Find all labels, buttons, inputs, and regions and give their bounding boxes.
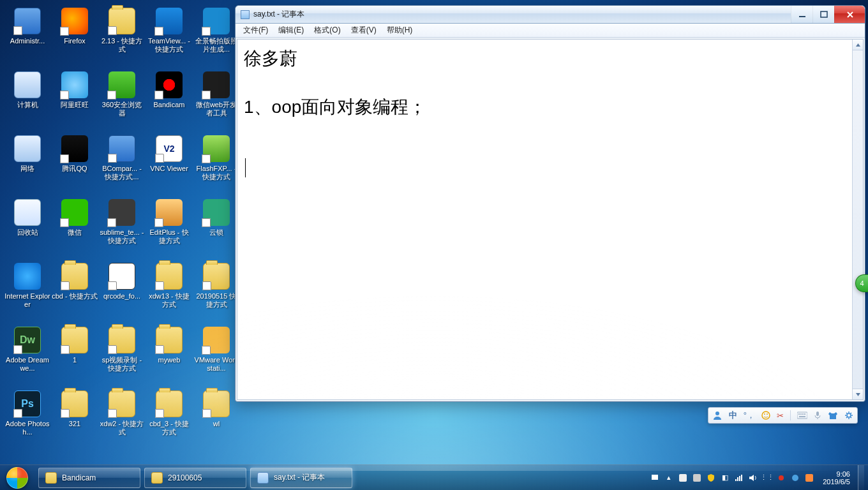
desktop-icon[interactable]: 腾讯QQ [51,131,98,195]
ime-lang-zh[interactable]: 中 [729,410,737,421]
titlebar[interactable]: say.txt - 记事本 [236,6,865,24]
tray-up-icon[interactable]: ▴ [664,473,673,482]
tray-app2-icon[interactable] [692,473,701,482]
desktop-icon[interactable]: myweb [146,323,193,387]
desktop-icon[interactable]: Bandicam [146,68,193,131]
desktop-icon[interactable]: 360安全浏览器 [98,68,146,131]
desktop-icon[interactable]: Firefox [51,4,98,68]
maximize-button[interactable] [812,6,834,23]
desktop-icon[interactable]: DwAdobe Dreamwe... [4,323,51,387]
text-line-1: 徐多蔚 [244,46,848,71]
taskbar-button[interactable]: say.txt - 记事本 [250,468,352,488]
desktop-icon-label: Internet Explorer [4,292,50,309]
desktop-icon-label: Firefox [64,37,86,45]
folder-icon [61,263,88,290]
folder-icon [203,263,230,290]
desktop-icon[interactable]: 全景畅拍版照片生成... [193,4,240,68]
tray-app3-icon[interactable]: ◧ [721,473,730,482]
menu-edit[interactable]: 编辑(E) [273,24,309,37]
ime-scissors-icon[interactable]: ✂ [777,411,784,420]
ps-icon: Ps [14,390,41,417]
desktop-icon[interactable]: xdw2 - 快捷方式 [98,387,146,450]
tray-signal-icon[interactable]: ⋮⋮ [763,473,772,482]
scroll-track[interactable] [853,50,863,389]
taskbar-button[interactable]: 29100605 [144,468,246,488]
desktop-icon[interactable]: 计算机 [4,68,51,131]
desktop-icon[interactable]: Administr... [4,4,51,68]
folder-icon [61,390,88,417]
minimize-button[interactable] [791,6,812,23]
svg-rect-17 [655,477,658,480]
desktop-icon[interactable]: 321 [51,387,98,450]
tray-app5-icon[interactable] [805,473,814,482]
desktop-icon[interactable]: V2VNC Viewer [146,131,193,195]
desktop-icon[interactable]: 回收站 [4,195,51,259]
tray-shield-icon[interactable] [707,473,715,482]
vertical-scrollbar[interactable] [852,40,863,399]
scroll-down-button[interactable] [853,389,863,399]
desktop-icon[interactable]: 网络 [4,131,51,195]
side-badge[interactable]: 4 [855,274,868,292]
ime-emoji-icon[interactable] [761,411,770,420]
desktop-icon[interactable]: wl [193,387,240,450]
desktop-icon[interactable]: 阿里旺旺 [51,68,98,131]
editplus-icon [156,199,183,226]
desktop-icon[interactable]: Internet Explorer [4,259,51,323]
menu-help[interactable]: 帮助(H) [382,24,418,37]
desktop-icon-label: 20190515 快捷方式 [193,292,239,309]
svg-rect-11 [799,416,805,417]
tray-app4-icon[interactable] [791,473,800,482]
ime-settings-icon[interactable] [844,411,853,420]
ime-toolbar[interactable]: 中 °， ✂ [708,407,858,424]
desktop-icon[interactable]: FlashFXP... - 快捷方式 [193,131,240,195]
folder-icon [61,327,88,353]
desktop-icon[interactable]: 云锁 [193,195,240,259]
desktop-icon[interactable]: BCompar... - 快捷方式... [98,131,146,195]
menu-file[interactable]: 文件(F) [238,24,273,37]
close-button[interactable] [834,6,865,23]
desktop-icon[interactable]: xdw13 - 快捷方式 [146,259,193,323]
desktop-icon[interactable]: 20190515 快捷方式 [193,259,240,323]
desktop-icon[interactable]: 1 [51,323,98,387]
desktop-icon[interactable]: PsAdobe Photosh... [4,387,51,450]
tray-flag-icon[interactable] [650,473,659,482]
desktop-icon[interactable]: EditPlus - 快捷方式 [146,195,193,259]
desktop-icon[interactable]: 微信web开发者工具 [193,68,240,131]
svg-rect-15 [655,475,658,477]
menu-view[interactable]: 查看(V) [346,24,382,37]
wechat-icon [61,199,88,226]
tray-volume-icon[interactable] [749,473,758,482]
desktop-icon[interactable]: sublime_te... - 快捷方式 [98,195,146,259]
desktop-icon[interactable]: cbd - 快捷方式 [51,259,98,323]
ime-skin-icon[interactable] [828,411,838,420]
svg-point-2 [715,412,719,415]
desktop-icon[interactable]: 2.13 - 快捷方式 [98,4,146,68]
taskbar-button[interactable]: Bandicam [38,468,140,488]
desktop-icon[interactable]: cbd_3 - 快捷方式 [146,387,193,450]
show-desktop-button[interactable] [858,465,864,491]
scroll-up-button[interactable] [853,40,863,50]
menu-format[interactable]: 格式(O) [309,24,345,37]
desktop-icon[interactable]: VMware Workstati... [193,323,240,387]
ime-punct-icon[interactable]: °， [744,410,755,421]
desktop-icon[interactable]: sp视频录制 - 快捷方式 [98,323,146,387]
svg-point-20 [779,475,784,480]
folder-icon [156,327,183,353]
start-button[interactable] [0,465,34,491]
desktop-icon[interactable]: qrcode_fo... [98,259,146,323]
folder-icon [45,472,57,484]
ime-person-icon[interactable] [712,410,722,420]
desktop-icon-label: FlashFXP... - 快捷方式 [193,165,239,181]
tray-rec-icon[interactable] [777,473,786,482]
desktop-icon-label: Bandicam [154,101,185,109]
ime-keyboard-icon[interactable] [797,412,807,419]
tray-app1-icon[interactable] [678,473,687,482]
tray-clock[interactable]: 9:06 2019/6/5 [823,470,850,486]
ime-mic-icon[interactable] [814,411,821,420]
tray-network-icon[interactable] [735,473,744,482]
text-editor[interactable]: 徐多蔚 1、oop面向对象编程； [237,39,864,400]
desktop-icon[interactable]: TeamView... - 快捷方式 [146,4,193,68]
flashfxp-icon [203,135,230,162]
desktop-icon[interactable]: 微信 [51,195,98,259]
desktop-icon-label: BCompar... - 快捷方式... [99,165,145,181]
